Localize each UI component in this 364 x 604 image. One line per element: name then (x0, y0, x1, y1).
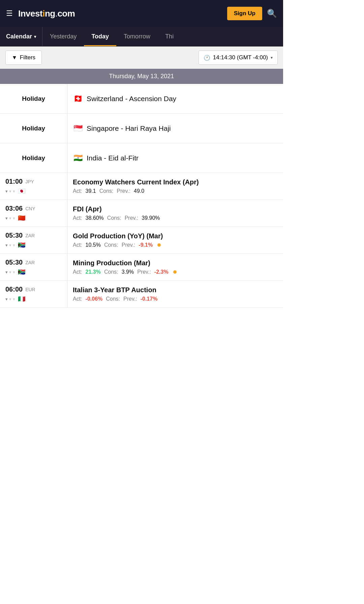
calendar-label: Calendar (6, 33, 32, 40)
bull-icon-0: ▾ (5, 270, 8, 275)
bull-icon-1: ▾ (9, 297, 11, 302)
country-flag: 🇮🇳 (73, 154, 83, 162)
event-time: 03:06 (5, 205, 23, 212)
econ-left-cell: 06:00 EUR ▾▾▾ 🇮🇹 (0, 281, 67, 307)
clock-icon: 🕐 (204, 55, 210, 61)
event-currency: ZAR (25, 260, 35, 265)
time-currency: 03:06 CNY (5, 205, 35, 212)
econ-left-cell: 05:30 ZAR ▾▾▾ 🇿🇦 (0, 227, 67, 253)
calendar-dropdown[interactable]: Calendar ▾ (0, 27, 42, 46)
event-values: Act: 39.1 Cons: Prev.: 49.0 (73, 188, 278, 194)
event-row-5[interactable]: 05:30 ZAR ▾▾▾ 🇿🇦 Gold Production (YoY) (… (0, 227, 283, 254)
event-meta: ▾▾▾ 🇿🇦 (5, 268, 25, 276)
tab-this-week[interactable]: Thi (158, 27, 181, 46)
event-title: Italian 3-Year BTP Auction (73, 286, 278, 294)
impact-dot (157, 243, 161, 247)
filters-bar: ▼ Filters 🕐 14:14:30 (GMT -4:00) ▾ (0, 47, 283, 69)
event-title: Mining Production (Mar) (73, 259, 278, 267)
event-currency: EUR (25, 287, 35, 292)
event-time: 01:00 (5, 178, 23, 185)
holiday-label: Holiday (22, 95, 45, 102)
sign-up-button[interactable]: Sign Up (227, 7, 262, 20)
holiday-label: Holiday (22, 125, 45, 132)
event-title: FDI (Apr) (73, 205, 278, 213)
time-currency: 05:30 ZAR (5, 259, 35, 266)
event-time: 05:30 (5, 259, 23, 266)
event-values: Act: 38.60% Cons: Prev.: 39.90% (73, 215, 278, 221)
event-row-0[interactable]: Holiday 🇨🇭 Switzerland - Ascension Day (0, 84, 283, 114)
holiday-name: Singapore - Hari Raya Haji (87, 124, 171, 132)
bull-icon-0: ▾ (5, 297, 8, 302)
event-row-2[interactable]: Holiday 🇮🇳 India - Eid al-Fitr (0, 143, 283, 173)
event-currency: ZAR (25, 233, 35, 238)
event-row-4[interactable]: 03:06 CNY ▾▾▾ 🇨🇳 FDI (Apr) Act: 38.60% C… (0, 200, 283, 227)
time-currency: 05:30 ZAR (5, 232, 35, 239)
holiday-label: Holiday (22, 154, 45, 162)
time-currency: 01:00 JPY (5, 178, 34, 185)
bull-icon-1: ▾ (9, 216, 11, 221)
country-flag: 🇨🇭 (73, 94, 83, 103)
event-title: Gold Production (YoY) (Mar) (73, 232, 278, 240)
event-values: Act: 21.3% Cons: 3.9% Prev.: -2.3% (73, 269, 278, 275)
econ-right-cell: Italian 3-Year BTP Auction Act: -0.06% C… (67, 281, 283, 307)
event-time: 05:30 (5, 232, 23, 239)
holiday-name: Switzerland - Ascension Day (87, 95, 176, 103)
bull-icon-2: ▾ (13, 270, 15, 275)
bull-icon-2: ▾ (13, 243, 15, 248)
chevron-down-icon: ▾ (34, 34, 36, 39)
econ-right-cell: FDI (Apr) Act: 38.60% Cons: Prev.: 39.90… (67, 200, 283, 227)
nav-tabs: Calendar ▾ Yesterday Today Tomorrow Thi (0, 27, 283, 47)
bull-icon-2: ▾ (13, 216, 15, 221)
bull-icon-1: ▾ (9, 243, 11, 248)
event-title: Economy Watchers Current Index (Apr) (73, 178, 278, 186)
country-flag: 🇸🇬 (73, 124, 83, 133)
holiday-label-cell: Holiday (0, 114, 67, 143)
search-icon[interactable]: 🔍 (267, 9, 277, 18)
bull-icon-0: ▾ (5, 243, 8, 248)
event-row-3[interactable]: 01:00 JPY ▾▾▾ 🇯🇵 Economy Watchers Curren… (0, 173, 283, 200)
event-time: 06:00 (5, 285, 23, 293)
event-values: Act: 10.5% Cons: Prev.: -9.1% (73, 242, 278, 248)
bull-icon-0: ▾ (5, 189, 8, 194)
holiday-name: India - Eid al-Fitr (87, 154, 139, 162)
bull-icon-1: ▾ (9, 189, 11, 194)
bull-icon-0: ▾ (5, 216, 8, 221)
event-row-7[interactable]: 06:00 EUR ▾▾▾ 🇮🇹 Italian 3-Year BTP Auct… (0, 281, 283, 308)
events-list: Holiday 🇨🇭 Switzerland - Ascension Day H… (0, 84, 283, 308)
tab-tomorrow[interactable]: Tomorrow (116, 27, 158, 46)
tab-today[interactable]: Today (84, 27, 116, 46)
logo-com: com (57, 8, 75, 19)
event-currency: JPY (25, 179, 34, 184)
econ-right-cell: Economy Watchers Current Index (Apr) Act… (67, 173, 283, 200)
event-flag: 🇯🇵 (18, 187, 25, 195)
event-flag: 🇿🇦 (18, 241, 25, 249)
impact-dot (173, 270, 177, 274)
holiday-info: 🇨🇭 Switzerland - Ascension Day (67, 84, 283, 113)
time-display[interactable]: 🕐 14:14:30 (GMT -4:00) ▾ (199, 51, 278, 65)
event-row-1[interactable]: Holiday 🇸🇬 Singapore - Hari Raya Haji (0, 114, 283, 143)
econ-right-cell: Mining Production (Mar) Act: 21.3% Cons:… (67, 254, 283, 280)
time-currency: 06:00 EUR (5, 285, 35, 293)
econ-left-cell: 01:00 JPY ▾▾▾ 🇯🇵 (0, 173, 67, 200)
logo-investing: Investing (18, 8, 55, 19)
holiday-info: 🇸🇬 Singapore - Hari Raya Haji (67, 114, 283, 143)
event-flag: 🇨🇳 (18, 214, 25, 222)
bull-icon-2: ▾ (13, 189, 15, 194)
event-flag: 🇮🇹 (18, 295, 25, 303)
date-header: Thursday, May 13, 2021 (0, 69, 283, 84)
event-values: Act: -0.06% Cons: Prev.: -0.17% (73, 296, 278, 302)
hamburger-icon[interactable]: ☰ (6, 9, 13, 18)
filters-label: Filters (20, 54, 35, 61)
header-left: ☰ Investing.com (6, 8, 75, 19)
filters-button[interactable]: ▼ Filters (5, 51, 42, 65)
header: ☰ Investing.com Sign Up 🔍 (0, 0, 283, 27)
bull-icon-2: ▾ (13, 297, 15, 302)
event-currency: CNY (25, 206, 35, 211)
filter-icon: ▼ (12, 55, 17, 61)
event-row-6[interactable]: 05:30 ZAR ▾▾▾ 🇿🇦 Mining Production (Mar)… (0, 254, 283, 281)
logo: Investing.com (18, 8, 75, 19)
event-flag: 🇿🇦 (18, 268, 25, 276)
time-value: 14:14:30 (GMT -4:00) (213, 54, 268, 61)
header-right: Sign Up 🔍 (227, 7, 277, 20)
tab-yesterday[interactable]: Yesterday (42, 27, 84, 46)
